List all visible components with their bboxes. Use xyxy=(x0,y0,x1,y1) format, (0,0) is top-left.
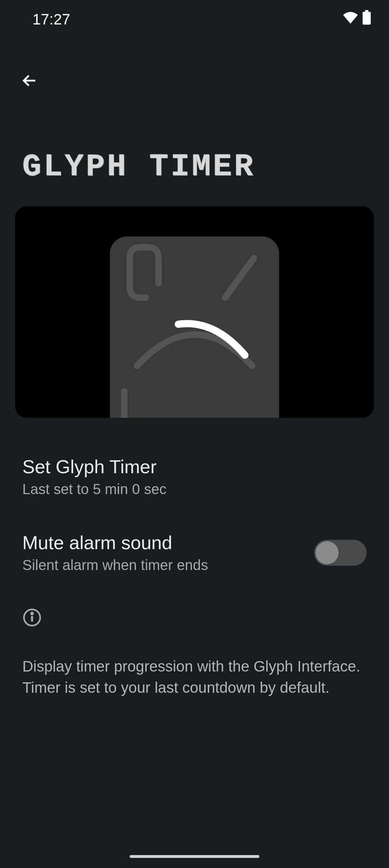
phone-mockup xyxy=(110,236,279,418)
status-time: 17:27 xyxy=(32,11,70,28)
setting-title: Mute alarm sound xyxy=(22,532,314,553)
svg-rect-1 xyxy=(363,12,371,25)
svg-line-3 xyxy=(225,258,254,298)
glyph-lights-icon xyxy=(110,236,279,418)
info-icon xyxy=(22,608,42,627)
arrow-left-icon xyxy=(21,72,38,89)
battery-icon xyxy=(362,10,372,29)
app-bar xyxy=(0,37,389,99)
setting-subtitle: Silent alarm when timer ends xyxy=(22,557,314,573)
back-button[interactable] xyxy=(19,70,40,91)
setting-subtitle: Last set to 5 min 0 sec xyxy=(22,481,367,497)
page-title: GLYPH TIMER xyxy=(0,99,389,206)
setting-title: Set Glyph Timer xyxy=(22,456,367,478)
setting-text: Mute alarm sound Silent alarm when timer… xyxy=(22,532,314,573)
status-bar: 17:27 xyxy=(0,0,389,37)
toggle-thumb xyxy=(316,541,339,564)
set-glyph-timer-item[interactable]: Set Glyph Timer Last set to 5 min 0 sec xyxy=(22,449,367,515)
mute-alarm-sound-item[interactable]: Mute alarm sound Silent alarm when timer… xyxy=(22,515,367,591)
status-icons xyxy=(343,10,372,29)
svg-point-7 xyxy=(31,612,33,614)
navigation-bar[interactable] xyxy=(130,855,259,858)
wifi-icon xyxy=(343,10,358,29)
svg-rect-0 xyxy=(365,10,368,12)
info-text: Display timer progression with the Glyph… xyxy=(22,656,367,699)
mute-alarm-toggle[interactable] xyxy=(314,540,367,566)
glyph-preview-card xyxy=(15,206,374,418)
setting-text: Set Glyph Timer Last set to 5 min 0 sec xyxy=(22,456,367,497)
info-section: Display timer progression with the Glyph… xyxy=(0,591,389,699)
settings-list: Set Glyph Timer Last set to 5 min 0 sec … xyxy=(0,418,389,591)
